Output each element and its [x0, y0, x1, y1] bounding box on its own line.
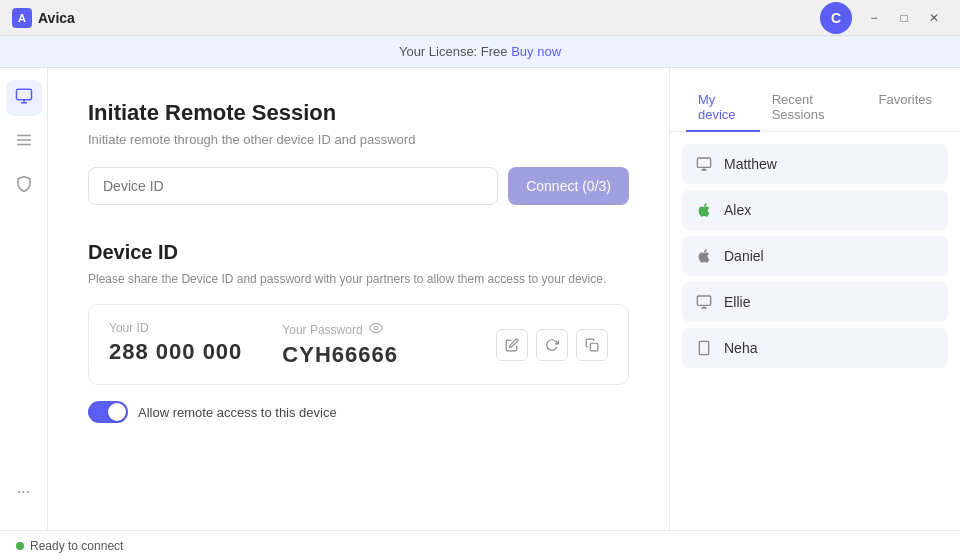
- your-id-label: Your ID: [109, 321, 242, 335]
- device-item-matthew[interactable]: Matthew: [682, 144, 948, 184]
- device-icon-daniel: [694, 246, 714, 266]
- close-button[interactable]: ✕: [920, 4, 948, 32]
- connect-button[interactable]: Connect (0/3): [508, 167, 629, 205]
- device-icon-matthew: [694, 154, 714, 174]
- initiate-desc: Initiate remote through the other device…: [88, 132, 629, 147]
- initiate-title: Initiate Remote Session: [88, 100, 629, 126]
- main-panel: Initiate Remote Session Initiate remote …: [48, 68, 670, 530]
- svg-rect-0: [16, 89, 31, 100]
- sidebar-item-list[interactable]: [6, 124, 42, 160]
- device-icon-alex: [694, 200, 714, 220]
- shield-icon: [15, 175, 33, 197]
- remote-desktop-icon: [15, 87, 33, 109]
- content-area: Initiate Remote Session Initiate remote …: [48, 68, 960, 530]
- device-id-section-desc: Please share the Device ID and password …: [88, 270, 629, 288]
- toggle-label: Allow remote access to this device: [138, 405, 337, 420]
- device-id-section-title: Device ID: [88, 241, 629, 264]
- right-panel: My device Recent Sessions Favorites Matt…: [670, 68, 960, 530]
- titlebar: A Avica C − □ ✕: [0, 0, 960, 36]
- device-icon-ellie: [694, 292, 714, 312]
- list-icon: [15, 131, 33, 153]
- svg-rect-5: [590, 343, 598, 351]
- user-avatar[interactable]: C: [820, 2, 852, 34]
- tab-favorites[interactable]: Favorites: [867, 84, 944, 132]
- more-icon: ···: [17, 483, 30, 501]
- device-id-section: Device ID Please share the Device ID and…: [88, 241, 629, 423]
- license-text: Your License: Free: [399, 44, 508, 59]
- your-password-col: Your Password CYH66666: [282, 321, 398, 368]
- logo-icon: A: [12, 8, 32, 28]
- device-item-ellie[interactable]: Ellie: [682, 282, 948, 322]
- toggle-row: Allow remote access to this device: [88, 401, 629, 423]
- your-id-col: Your ID 288 000 000: [109, 321, 242, 365]
- eye-icon[interactable]: [369, 321, 383, 338]
- id-card: Your ID 288 000 000 Your Password: [88, 304, 629, 385]
- device-list: Matthew Alex Daniel: [670, 144, 960, 368]
- sidebar: ···: [0, 68, 48, 530]
- svg-rect-6: [697, 158, 710, 167]
- window-controls: − □ ✕: [860, 4, 948, 32]
- device-name-matthew: Matthew: [724, 156, 777, 172]
- device-name-ellie: Ellie: [724, 294, 750, 310]
- status-dot: [16, 542, 24, 550]
- refresh-button[interactable]: [536, 329, 568, 361]
- device-icon-neha: [694, 338, 714, 358]
- buy-now-link[interactable]: Buy now: [511, 44, 561, 59]
- maximize-button[interactable]: □: [890, 4, 918, 32]
- sidebar-item-more[interactable]: ···: [6, 474, 42, 510]
- tab-recent-sessions[interactable]: Recent Sessions: [760, 84, 867, 132]
- status-bar: Ready to connect: [0, 530, 960, 560]
- initiate-section: Initiate Remote Session Initiate remote …: [88, 100, 629, 205]
- minimize-button[interactable]: −: [860, 4, 888, 32]
- your-password-value: CYH66666: [282, 342, 398, 368]
- pw-header: Your Password: [282, 321, 398, 338]
- app-name: Avica: [38, 10, 75, 26]
- copy-button[interactable]: [576, 329, 608, 361]
- device-name-neha: Neha: [724, 340, 757, 356]
- main-layout: ··· Initiate Remote Session Initiate rem…: [0, 68, 960, 530]
- sidebar-item-shield[interactable]: [6, 168, 42, 204]
- license-bar: Your License: Free Buy now: [0, 36, 960, 68]
- your-password-label: Your Password: [282, 323, 362, 337]
- toggle-thumb: [108, 403, 126, 421]
- svg-point-4: [374, 326, 378, 330]
- device-id-input[interactable]: [88, 167, 498, 205]
- sidebar-top: [6, 80, 42, 204]
- svg-rect-8: [699, 341, 708, 354]
- svg-rect-7: [697, 296, 710, 305]
- device-name-daniel: Daniel: [724, 248, 764, 264]
- device-name-alex: Alex: [724, 202, 751, 218]
- edit-button[interactable]: [496, 329, 528, 361]
- your-id-value: 288 000 000: [109, 339, 242, 365]
- device-item-daniel[interactable]: Daniel: [682, 236, 948, 276]
- status-text: Ready to connect: [30, 539, 123, 553]
- sidebar-bottom: ···: [6, 474, 42, 518]
- device-item-alex[interactable]: Alex: [682, 190, 948, 230]
- remote-access-toggle[interactable]: [88, 401, 128, 423]
- device-item-neha[interactable]: Neha: [682, 328, 948, 368]
- tabs: My device Recent Sessions Favorites: [670, 84, 960, 132]
- tab-my-device[interactable]: My device: [686, 84, 760, 132]
- sidebar-item-remote[interactable]: [6, 80, 42, 116]
- connect-row: Connect (0/3): [88, 167, 629, 205]
- app-logo: A Avica: [12, 8, 75, 28]
- id-actions: [496, 329, 608, 361]
